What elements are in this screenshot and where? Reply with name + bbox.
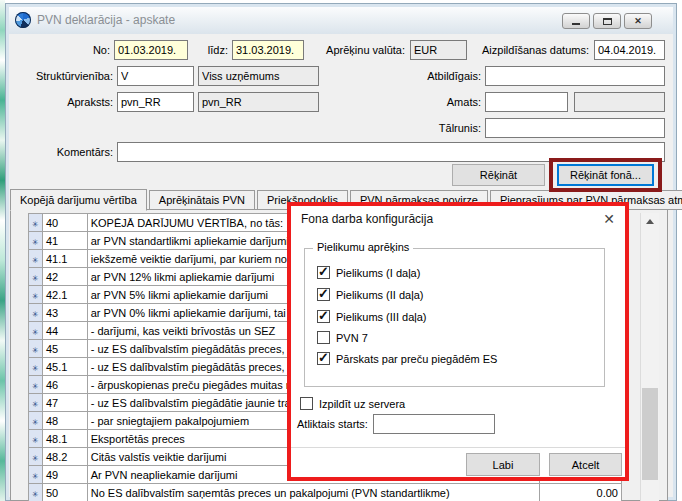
date-to-input[interactable] [232,40,304,60]
record-marker-icon [29,430,43,448]
table-row[interactable]: 50No ES dalībvalstīm saņemtās preces un … [29,484,622,501]
delayed-start-input[interactable] [373,414,495,434]
minimize-button[interactable] [562,13,590,29]
position-extra-field [574,92,665,112]
checkbox-icon[interactable] [317,266,330,279]
scroll-up-icon[interactable] [641,213,659,230]
groupbox-legend: Pielikumu aprēķins [313,241,413,253]
dialog-title: Fona darba konfigurācija [301,212,433,226]
row-number: 41 [42,232,87,250]
row-number: 40 [42,214,87,232]
tab-aprekinatais-pvn[interactable]: Aprēķinātais PVN [149,190,255,210]
checkbox-pielikums-1[interactable]: Pielikums (I daļa) [317,265,420,280]
checkbox-icon[interactable] [317,288,330,301]
checkbox-label: Izpildīt uz servera [319,398,405,410]
row-number: 48.1 [42,430,87,448]
calculate-background-button[interactable]: Rēķināt fonā... [557,164,654,186]
row-number: 42 [42,268,87,286]
record-marker-icon [29,448,43,466]
delayed-start-label: Atliktais starts: [297,414,373,434]
description-code-input[interactable] [117,92,194,112]
row-number: 48 [42,412,87,430]
row-number: 48.2 [42,448,87,466]
record-marker-icon [29,340,43,358]
record-marker-icon [29,466,43,484]
checkbox-label: Pielikums (II daļa) [336,289,423,301]
maximize-icon [603,18,612,25]
description-label: Apraksts: [18,92,113,112]
row-number: 41.1 [42,250,87,268]
comment-label: Komentārs: [18,142,113,162]
unit-code-input[interactable] [117,66,194,86]
checkbox-pielikums-2[interactable]: Pielikums (II daļa) [317,287,423,302]
currency-label: Aprēķinu valūta: [306,40,405,60]
close-icon: ✕ [634,17,642,26]
screenshot-root: PVN deklarācija - apskate ✕ No: līdz: Ap… [0,0,682,501]
title-bar: PVN deklarācija - apskate ✕ [9,7,673,34]
date-from-input[interactable] [114,40,188,60]
position-label: Amats: [398,92,481,112]
row-number: 45 [42,340,87,358]
row-number: 45.1 [42,358,87,376]
checkbox-icon[interactable] [300,397,313,410]
checkbox-pvn7[interactable]: PVN 7 [317,330,368,345]
record-marker-icon [29,412,43,430]
checkbox-label: PVN 7 [336,332,368,344]
checkbox-parskats-es[interactable]: Pārskats par preču piegādēm ES [317,351,497,366]
unit-name-field [198,66,319,86]
row-number: 42.1 [42,286,87,304]
row-number: 46 [42,376,87,394]
table-scrollbar[interactable] [640,213,659,501]
ok-button[interactable]: Labi [466,453,540,476]
cancel-button[interactable]: Atcelt [549,453,622,476]
row-description: No ES dalībvalstīm saņemtās preces un pa… [87,484,539,501]
close-button[interactable]: ✕ [624,13,652,29]
window-title: PVN deklarācija - apskate [37,7,175,34]
record-marker-icon [29,268,43,286]
comment-input[interactable] [117,142,665,162]
checkbox-icon[interactable] [317,352,330,365]
no-label: No: [60,40,110,60]
row-number: 49 [42,466,87,484]
scrollbar-thumb[interactable] [642,388,658,480]
row-number: 47 [42,394,87,412]
checkbox-pielikums-3[interactable]: Pielikums (III daļa) [317,309,426,324]
row-number: 44 [42,322,87,340]
dialog-separator [291,447,625,448]
dialog-close-icon[interactable]: ✕ [603,211,615,227]
checkbox-label: Pārskats par preču piegādēm ES [336,353,497,365]
record-marker-icon [29,232,43,250]
checkbox-icon[interactable] [317,310,330,323]
record-marker-icon [29,394,43,412]
minimize-icon [572,23,580,25]
checkbox-label: Pielikums (III daļa) [336,311,426,323]
unit-label: Struktūrvienība: [18,66,113,86]
row-number: 43 [42,304,87,322]
currency-input [410,40,467,60]
tab-kopeja-darijumu-vertiba[interactable]: Kopējā darījumu vērtība [10,189,147,211]
fill-date-label: Aizpildīšanas datums: [464,40,589,60]
record-marker-icon [29,304,43,322]
fill-date-input[interactable] [594,40,665,60]
phone-input[interactable] [485,118,665,138]
responsible-label: Atbildīgais: [398,66,481,86]
record-marker-icon [29,286,43,304]
record-marker-icon [29,322,43,340]
record-marker-icon [29,214,43,232]
phone-label: Tālrunis: [398,118,481,138]
background-job-dialog: Fona darba konfigurācija ✕ Pielikumu apr… [287,202,629,481]
position-input[interactable] [485,92,568,112]
row-value[interactable]: 0.00 [539,484,621,501]
checkbox-run-on-server[interactable]: Izpildīt uz servera [300,396,405,411]
checkbox-icon[interactable] [317,331,330,344]
record-marker-icon [29,358,43,376]
lidz-label: līdz: [190,40,228,60]
responsible-input[interactable] [485,66,665,86]
maximize-button[interactable] [593,13,621,29]
checkbox-label: Pielikums (I daļa) [336,267,420,279]
record-marker-icon [29,250,43,268]
attachments-groupbox: Pielikumu aprēķins Pielikums (I daļa) Pi… [304,248,605,387]
description-name-field [198,92,319,112]
app-globe-icon [15,12,31,28]
calculate-button[interactable]: Rēķināt [452,164,545,186]
